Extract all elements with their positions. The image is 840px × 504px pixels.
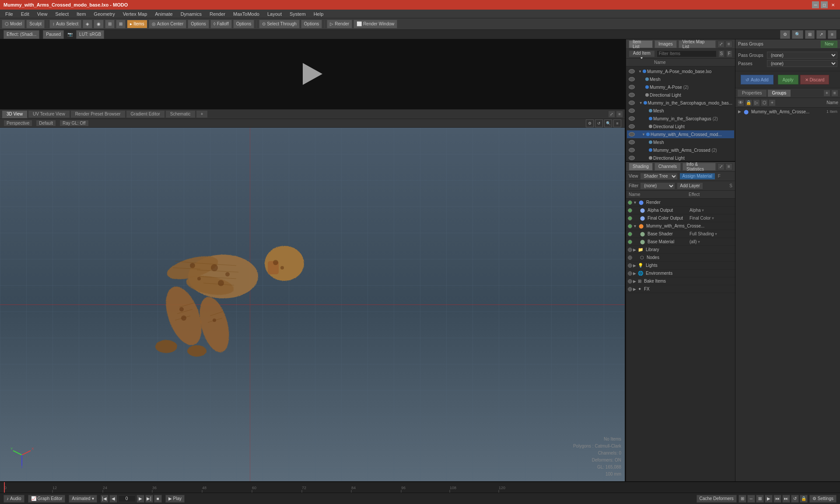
eye-icon-9[interactable] [629, 132, 635, 136]
vis-alpha[interactable] [628, 208, 632, 213]
tree-item-4[interactable]: Directional Light [627, 91, 734, 99]
view-control-1[interactable]: ⚙ [780, 30, 790, 39]
shader-row-baseshader[interactable]: ⬤ Base Shader Full Shading ▾ [626, 230, 735, 238]
expand-render[interactable]: ▼ [633, 200, 637, 205]
menu-help[interactable]: Help [310, 10, 327, 18]
view-control-5[interactable]: ≡ [828, 30, 836, 39]
filter-items-input[interactable] [657, 50, 717, 57]
raygl-badge[interactable]: Ray GL: Off [60, 120, 89, 126]
expand-5[interactable]: ▼ [639, 101, 643, 105]
tree-item-3[interactable]: Mummy_A-Pose (2) [627, 83, 734, 91]
props-expand-btn[interactable]: + [823, 90, 830, 97]
expand-lights[interactable]: ▶ [633, 263, 636, 268]
vis-bake[interactable] [628, 279, 632, 284]
options-btn-3[interactable]: Options [301, 20, 322, 28]
tab-uv-texture[interactable]: UV Texture View [28, 110, 70, 118]
options-view-btn[interactable]: Effect: (Shadi... [4, 30, 39, 39]
tab-info-stats[interactable]: Info & Statistics [682, 163, 716, 171]
shader-row-alpha[interactable]: ⬤ Alpha Output Alpha ▾ [626, 206, 735, 214]
tab-gradient[interactable]: Gradient Editor [126, 110, 165, 118]
menu-edit[interactable]: Edit [18, 10, 33, 18]
eye-icon-8[interactable] [629, 124, 635, 129]
tree-item-5[interactable]: ▼ Mummy_in_the_Sarcophagus_modo_bas... [627, 99, 734, 107]
eye-icon-10[interactable] [629, 140, 635, 144]
tab-properties[interactable]: Properties [737, 89, 767, 97]
group-expand[interactable]: ▶ [738, 109, 741, 114]
groups-eye-btn[interactable]: 👁 [737, 99, 744, 106]
eye-icon-6[interactable] [629, 108, 635, 113]
shading-badge[interactable]: Default [36, 120, 56, 126]
new-pass-btn[interactable]: New [821, 41, 837, 48]
toolbar-icons-1[interactable]: ◈ [83, 20, 92, 28]
expand-envs[interactable]: ▶ [633, 271, 636, 276]
tree-item-8[interactable]: Directional Light [627, 122, 734, 130]
auto-select-btn[interactable]: ↕ Auto Select [49, 20, 81, 28]
viewport-zoom-btn[interactable]: 🔍 [604, 119, 612, 127]
menu-animate[interactable]: Animate [151, 10, 176, 18]
eye-icon-3[interactable] [629, 85, 635, 89]
group-item-mummy[interactable]: ▶ ⬤ Mummy_with_Arms_Crosse... 1 Item [735, 108, 840, 116]
menu-layout[interactable]: Layout [264, 10, 285, 18]
vis-mummy[interactable] [628, 224, 632, 228]
toolbar-icons-4[interactable]: ⊠ [116, 20, 126, 28]
shader-row-basematerial[interactable]: ⬤ Base Material (all) ▾ [626, 238, 735, 246]
tab-images[interactable]: Images [654, 40, 677, 48]
shader-row-lights[interactable]: ▶ 💡 Lights [626, 262, 735, 270]
menu-dynamics[interactable]: Dynamics [177, 10, 205, 18]
model-btn[interactable]: ⬡ Model [2, 20, 25, 28]
tree-item-6[interactable]: Mesh [627, 107, 734, 115]
passes-select[interactable]: (none) [767, 60, 837, 67]
tab-channels[interactable]: Channels [654, 163, 681, 171]
vis-lights[interactable] [628, 263, 632, 268]
menu-system[interactable]: System [286, 10, 309, 18]
status-icon-7[interactable]: ↺ [791, 495, 799, 503]
maximize-button[interactable]: □ [821, 1, 828, 8]
expand-9[interactable]: ▼ [642, 133, 645, 136]
menu-select[interactable]: Select [52, 10, 72, 18]
status-icon-5[interactable]: ⏮ [774, 495, 781, 503]
eye-icon-4[interactable] [629, 93, 635, 97]
filter-s-btn[interactable]: S [718, 50, 724, 57]
eye-icon-5[interactable] [629, 101, 635, 105]
tree-item-11[interactable]: Mummy_with_Arms_Crossed (2) [627, 146, 734, 154]
3d-viewport[interactable]: X Y Z No Items Polygons : Catmull-Clark … [0, 128, 625, 481]
timeline-ruler[interactable]: 0 12 24 36 48 60 72 84 96 108 [0, 482, 840, 493]
action-center-btn[interactable]: ◎ Action Center [149, 20, 187, 28]
eye-icon-12[interactable] [629, 156, 635, 160]
tab-render-preset[interactable]: Render Preset Browser [70, 110, 126, 118]
menu-geometry[interactable]: Geometry [90, 10, 118, 18]
discard-btn[interactable]: ✕ Discard [800, 75, 830, 84]
tab-3d-view[interactable]: 3D View [2, 110, 28, 118]
tree-item-9[interactable]: ▼ Hummy_with_Arms_Crossed_mod... [627, 130, 734, 138]
status-icon-8[interactable]: 🔒 [800, 495, 808, 503]
expand-fx[interactable]: ▶ [633, 287, 636, 291]
tab-item-list[interactable]: Item List [629, 40, 653, 48]
apply-btn[interactable]: Apply [778, 75, 798, 84]
vis-envs[interactable] [628, 271, 632, 276]
view-control-4[interactable]: ↗ [816, 30, 826, 39]
status-icon-2[interactable]: ↔ [747, 495, 755, 503]
falloff-btn[interactable]: ◊ Falloff [210, 20, 232, 28]
view-control-3[interactable]: ⊞ [805, 30, 815, 39]
paused-btn[interactable]: Paused [43, 30, 64, 39]
vis-nodes[interactable] [628, 256, 632, 260]
tree-item-2[interactable]: Mesh [627, 75, 734, 83]
render-window-btn[interactable]: ⬜ Render Window [354, 20, 397, 28]
frame-input[interactable] [118, 495, 136, 502]
select-through-btn[interactable]: ⊙ Select Through [259, 20, 300, 28]
shader-row-library[interactable]: ▶ 📁 Library [626, 246, 735, 254]
tab-schematic[interactable]: Schematic [165, 110, 196, 118]
item-tree[interactable]: ▼ Mummy_A-Pose_modo_base.lxo Mesh Mummy_… [626, 66, 735, 161]
menu-render[interactable]: Render [206, 10, 229, 18]
auto-add-btn[interactable]: ↺ Auto Add [741, 75, 774, 84]
viewport-settings-btn[interactable]: ⚙ [586, 119, 594, 127]
view-control-2[interactable]: 🔍 [792, 30, 803, 39]
audio-btn[interactable]: ♪ Audio [4, 495, 24, 503]
transport-stop[interactable]: ■ [154, 495, 162, 503]
transport-prev-keyframe[interactable]: |◀ [101, 495, 108, 503]
transport-play[interactable]: ▶ [136, 495, 144, 503]
menu-view[interactable]: View [34, 10, 51, 18]
pass-groups-select[interactable]: (none) [767, 52, 837, 59]
play-btn[interactable]: ▶ Play [165, 495, 185, 503]
expand-1[interactable]: ▼ [638, 70, 642, 74]
